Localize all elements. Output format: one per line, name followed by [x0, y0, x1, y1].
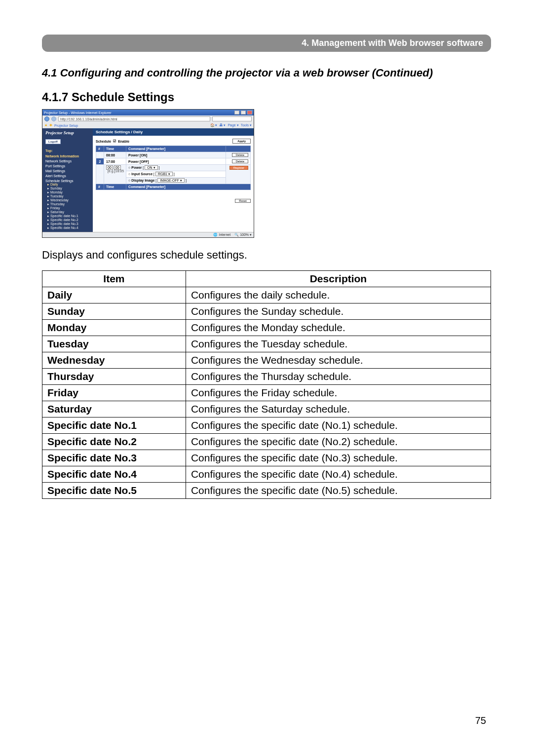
- new-entry-row: - 00:00 [e.g.]18:05 ○ Power [ ON ▾ ] Reg…: [96, 165, 251, 171]
- address-bar: http://192.168.1.10/admin/admin.html: [42, 115, 254, 122]
- description-cell: Configures the specific date (No.1) sche…: [186, 417, 491, 434]
- register-button[interactable]: Register: [229, 166, 248, 170]
- home-icon[interactable]: 🏠 ▾: [210, 123, 218, 127]
- nav-sched-monday[interactable]: ▸ Monday: [47, 190, 91, 194]
- item-cell: Saturday: [42, 401, 186, 417]
- table-row: 2 17:00 Power [OFF] Delete: [96, 158, 251, 165]
- item-cell: Specific date No.4: [42, 466, 186, 483]
- print-icon[interactable]: 🖶 ▾: [219, 123, 226, 127]
- window-title: Projector Setup - Windows Internet Explo…: [44, 111, 112, 114]
- table-row: Specific date No.5Configures the specifi…: [42, 483, 491, 499]
- col-time: Time: [104, 146, 126, 152]
- tab-label[interactable]: Projector Setup: [54, 124, 78, 127]
- table-row: ThursdayConfigures the Thursday schedule…: [42, 369, 491, 385]
- item-cell: Monday: [42, 320, 186, 336]
- description-cell: Configures the daily schedule.: [186, 287, 491, 303]
- display-image-select[interactable]: IMAGE-OFF ▾: [157, 178, 185, 183]
- subsection-title: 4.1.7 Schedule Settings: [42, 90, 491, 104]
- nav-sched-daily[interactable]: ▸ Daily: [47, 183, 91, 187]
- add-favorites-icon[interactable]: ✚: [49, 123, 52, 127]
- power-select[interactable]: ON ▾: [145, 165, 157, 170]
- favorites-star-icon[interactable]: ★: [44, 123, 47, 127]
- description-cell: Configures the Wednesday schedule.: [186, 352, 491, 369]
- reset-button[interactable]: Reset: [235, 199, 251, 203]
- nav-sched-friday[interactable]: ▸ Friday: [47, 206, 91, 210]
- nav-back-icon[interactable]: [44, 116, 49, 121]
- window-buttons[interactable]: [234, 111, 252, 115]
- schedule-label: Schedule: [96, 140, 111, 143]
- item-cell: Friday: [42, 385, 186, 401]
- delete-button[interactable]: Delete: [232, 153, 248, 157]
- nav-forward-icon[interactable]: [51, 116, 56, 121]
- nav-port-settings[interactable]: Port Settings: [45, 164, 91, 168]
- col-header-item: Item: [42, 271, 186, 287]
- item-cell: Daily: [42, 287, 186, 303]
- opt-display-image[interactable]: Display Image: [131, 179, 154, 182]
- item-cell: Thursday: [42, 369, 186, 385]
- page-number: 75: [475, 715, 486, 726]
- url-field[interactable]: http://192.168.1.10/admin/admin.html: [58, 116, 210, 121]
- item-cell: Specific date No.5: [42, 483, 186, 499]
- logoff-button[interactable]: Logoff: [45, 139, 61, 144]
- mini-main: Schedule Settings / Daily Schedule ☑ Ena…: [93, 128, 254, 232]
- item-cell: Specific date No.1: [42, 417, 186, 434]
- network-info-link[interactable]: Network Information: [45, 154, 91, 158]
- maximize-icon[interactable]: [241, 111, 246, 114]
- description-cell: Configures the Sunday schedule.: [186, 303, 491, 320]
- nav-network-settings[interactable]: Network Settings: [45, 159, 91, 163]
- nav-schedule-settings[interactable]: Schedule Settings: [45, 179, 91, 183]
- opt-power[interactable]: Power: [131, 166, 142, 169]
- table-row: 1 08:00 Power [ON] Delete: [96, 152, 251, 158]
- nav-sched-thursday[interactable]: ▸ Thursday: [47, 202, 91, 206]
- description-cell: Configures the specific date (No.2) sche…: [186, 434, 491, 450]
- table-row: WednesdayConfigures the Wednesday schedu…: [42, 352, 491, 369]
- delete-button[interactable]: Delete: [232, 159, 248, 163]
- nav-sched-sunday[interactable]: ▸ Sunday: [47, 187, 91, 190]
- item-cell: Specific date No.3: [42, 450, 186, 466]
- table-row: SundayConfigures the Sunday schedule.: [42, 303, 491, 320]
- apply-button[interactable]: Apply: [232, 139, 251, 144]
- opt-input-source[interactable]: Input Source: [131, 172, 152, 176]
- search-field[interactable]: [212, 116, 252, 121]
- window-titlebar: Projector Setup - Windows Internet Explo…: [42, 110, 254, 115]
- item-cell: Specific date No.2: [42, 434, 186, 450]
- nav-sched-tuesday[interactable]: ▸ Tuesday: [47, 194, 91, 198]
- description-cell: Configures the Saturday schedule.: [186, 401, 491, 417]
- item-cell: Wednesday: [42, 352, 186, 369]
- col-header-description: Description: [186, 271, 491, 287]
- nav-sched-sd1[interactable]: ▸ Specific date No.1: [47, 214, 91, 218]
- mini-brand: Projector Setup: [45, 130, 91, 135]
- close-icon[interactable]: [247, 111, 252, 114]
- nav-sched-sd2[interactable]: ▸ Specific date No.2: [47, 218, 91, 222]
- description-cell: Configures the Thursday schedule.: [186, 369, 491, 385]
- minimize-icon[interactable]: [234, 111, 239, 114]
- table-row: Specific date No.1Configures the specifi…: [42, 417, 491, 434]
- nav-mail-settings[interactable]: Mail Settings: [45, 169, 91, 173]
- item-cell: Tuesday: [42, 336, 186, 352]
- nav-sched-sd4[interactable]: ▸ Specific date No.4: [47, 226, 91, 230]
- table-row: Specific date No.4Configures the specifi…: [42, 466, 491, 483]
- table-row: Specific date No.2Configures the specifi…: [42, 434, 491, 450]
- table-row: DailyConfigures the daily schedule.: [42, 287, 491, 303]
- nav-sched-sd3[interactable]: ▸ Specific date No.3: [47, 222, 91, 226]
- status-bar: 🌐 Internet 🔍 100% ▾: [42, 232, 254, 237]
- section-title: 4.1 Configuring and controlling the proj…: [42, 67, 491, 79]
- status-internet: 🌐 Internet: [213, 233, 230, 237]
- table-row: FridayConfigures the Friday schedule.: [42, 385, 491, 401]
- enable-label[interactable]: Enable: [118, 140, 129, 143]
- input-source-select[interactable]: RGB1 ▾: [155, 172, 173, 176]
- table-row: MondayConfigures the Monday schedule.: [42, 320, 491, 336]
- nav-sched-wednesday[interactable]: ▸ Wednesday: [47, 198, 91, 202]
- description-cell: Configures the specific date (No.4) sche…: [186, 466, 491, 483]
- status-zoom[interactable]: 🔍 100% ▾: [234, 233, 252, 237]
- col-num: #: [96, 146, 104, 152]
- favorites-bar: ★ ✚ Projector Setup 🏠 ▾ 🖶 ▾ Page ▾ Tools…: [42, 122, 254, 128]
- mini-panel-title: Schedule Settings / Daily: [93, 128, 254, 136]
- table-row: TuesdayConfigures the Tuesday schedule.: [42, 336, 491, 352]
- nav-sched-saturday[interactable]: ▸ Saturday: [47, 210, 91, 214]
- nav-alert-settings[interactable]: Alert Settings: [45, 174, 91, 178]
- description-cell: Configures the Monday schedule.: [186, 320, 491, 336]
- page-menu[interactable]: Page ▾: [228, 123, 238, 127]
- description-cell: Configures the Friday schedule.: [186, 385, 491, 401]
- tools-menu[interactable]: Tools ▾: [241, 123, 252, 127]
